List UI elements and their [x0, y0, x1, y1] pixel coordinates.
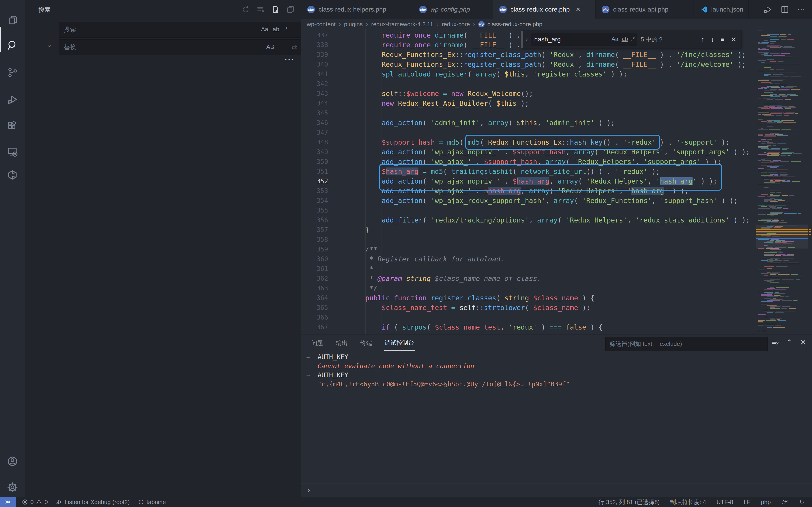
search-option-case[interactable]: Aa: [261, 26, 268, 33]
status-language-mode[interactable]: php: [761, 499, 771, 506]
code-line[interactable]: 344 new Redux_Rest_Api_Builder( $this );: [301, 99, 812, 108]
breadcrumb-item[interactable]: redux-core: [442, 21, 470, 28]
panel-tab[interactable]: 终端: [360, 336, 372, 350]
account-icon[interactable]: [0, 449, 25, 474]
panel-tab[interactable]: 调试控制台: [384, 336, 415, 351]
code-line[interactable]: 362 * @param string $class_name name of …: [301, 274, 812, 283]
source-control-icon[interactable]: [0, 60, 25, 85]
breadcrumb-item[interactable]: wp-content: [307, 21, 336, 28]
panel-tab[interactable]: 问题: [311, 336, 323, 350]
tabnine-icon[interactable]: [0, 162, 25, 188]
search-option-word[interactable]: ab: [273, 26, 280, 33]
previous-match-icon[interactable]: ↑: [701, 36, 704, 44]
clear-results-icon[interactable]: [256, 5, 265, 14]
minimap[interactable]: [756, 30, 808, 335]
code-line[interactable]: 366: [301, 313, 812, 322]
code-line[interactable]: 341 spl_autoload_register( array( $this,…: [301, 69, 812, 79]
overview-ruler[interactable]: [808, 30, 812, 335]
more-actions-icon[interactable]: ⋯: [797, 5, 805, 14]
status-debug-launch[interactable]: Listen for Xdebug (root2): [56, 499, 130, 506]
search-details-button[interactable]: ···: [285, 55, 295, 64]
search-option-regex[interactable]: .*: [284, 26, 288, 33]
close-tab-icon[interactable]: ✕: [575, 6, 580, 13]
status-feedback[interactable]: [781, 499, 788, 505]
code-line[interactable]: 339 Redux_Functions_Ex::register_class_p…: [301, 50, 812, 60]
code-line[interactable]: 360 * Register callback for autoload.: [301, 254, 812, 264]
code-line[interactable]: 343 self::$welcome = new Redux_Welcome()…: [301, 89, 812, 99]
editor-tab[interactable]: phpclass-redux-core.php✕: [493, 0, 596, 19]
minimap-line: [762, 114, 771, 115]
status-cursor-position[interactable]: 行 352, 列 81 (已选择8): [598, 498, 660, 506]
code-line[interactable]: 358: [301, 235, 812, 244]
code-line[interactable]: 345: [301, 108, 812, 118]
status-notifications[interactable]: [798, 499, 805, 505]
code-line[interactable]: 367 if ( strpos( $class_name_test, 'redu…: [301, 322, 812, 332]
run-or-debug-icon[interactable]: [763, 5, 773, 14]
editor-tab[interactable]: phpwp-config.php: [413, 0, 493, 19]
console-prompt-icon[interactable]: ›: [307, 485, 310, 495]
minimap-slider[interactable]: [756, 225, 808, 248]
find-option-regex[interactable]: .*: [631, 36, 635, 42]
maximize-panel-icon[interactable]: ⌃: [786, 338, 792, 347]
code-line[interactable]: 350 add_action( 'wp_ajax_' . $support_ha…: [301, 157, 812, 167]
minimap-line: [772, 170, 775, 170]
remote-indicator[interactable]: ><: [0, 497, 16, 507]
find-in-selection-icon[interactable]: ≡: [720, 36, 724, 44]
code-line[interactable]: 357 }: [301, 225, 812, 235]
find-option-case[interactable]: Aa: [611, 36, 618, 42]
clear-console-icon[interactable]: ≡ₓ: [772, 338, 778, 347]
code-line[interactable]: 352 add_action( 'wp_ajax_nopriv_' . $has…: [301, 176, 812, 186]
code-line[interactable]: 351 $hash_arg = md5( trailingslashit( ne…: [301, 167, 812, 176]
code-line[interactable]: 346 add_action( 'admin_init', array( $th…: [301, 118, 812, 128]
settings-icon[interactable]: [0, 474, 25, 500]
code-line[interactable]: 364 public function register_classes( st…: [301, 293, 812, 303]
breadcrumb-item[interactable]: plugins: [344, 21, 363, 28]
explorer-icon[interactable]: [0, 7, 25, 33]
token: (: [549, 187, 558, 195]
code-line[interactable]: 355: [301, 206, 812, 215]
close-panel-icon[interactable]: ✕: [800, 338, 806, 347]
new-search-editor-icon[interactable]: [270, 5, 281, 14]
status-problems[interactable]: 00: [22, 499, 48, 506]
find-toggle-replace-icon[interactable]: ›: [526, 36, 528, 43]
editor-tab[interactable]: phpclass-redux-helpers.php: [301, 0, 413, 19]
code-line[interactable]: 359 /**: [301, 244, 812, 254]
close-find-icon[interactable]: ✕: [731, 36, 737, 44]
find-option-word[interactable]: ab: [622, 36, 628, 42]
open-in-editor-icon[interactable]: [286, 5, 295, 14]
breadcrumb-item[interactable]: redux-framework-4.2.11: [371, 21, 433, 28]
code-line[interactable]: 340 Redux_Functions_Ex::register_class_p…: [301, 60, 812, 69]
next-match-icon[interactable]: ↓: [711, 36, 714, 44]
code-line[interactable]: 365 $class_name_test = self::strtolower(…: [301, 303, 812, 313]
code-line[interactable]: 349 add_action( 'wp_ajax_nopriv_' . $sup…: [301, 147, 812, 157]
editor-tab[interactable]: phpclass-redux-api.php: [596, 0, 694, 19]
run-debug-icon[interactable]: [0, 87, 25, 112]
code-line[interactable]: 342: [301, 79, 812, 89]
extensions-icon[interactable]: [0, 113, 25, 138]
replace-option-preserve-case[interactable]: AB: [266, 44, 274, 51]
code-line[interactable]: 363 */: [301, 283, 812, 293]
remote-explorer-icon[interactable]: [0, 139, 25, 165]
panel-tab[interactable]: 输出: [335, 336, 348, 350]
search-icon[interactable]: [0, 33, 25, 58]
status-indentation[interactable]: 制表符长度: 4: [670, 498, 706, 506]
code-editor[interactable]: 337 require_once dirname( __FILE__ ) .33…: [301, 30, 812, 335]
split-editor-icon[interactable]: [780, 5, 789, 14]
status-tabnine[interactable]: tabnine: [138, 499, 166, 506]
line-number: 354: [301, 197, 328, 205]
console-filter-input[interactable]: [605, 337, 768, 351]
code-line[interactable]: 347: [301, 128, 812, 137]
status-eol[interactable]: LF: [744, 499, 750, 506]
code-line[interactable]: 353 add_action( 'wp_ajax_' . $hash_arg, …: [301, 186, 812, 196]
find-widget-sash[interactable]: [521, 31, 522, 48]
refresh-icon[interactable]: [241, 5, 251, 14]
code-line[interactable]: 354 add_action( 'wp_ajax_redux_support_h…: [301, 196, 812, 206]
code-line[interactable]: 348 $support_hash = md5( md5( Redux_Func…: [301, 137, 812, 147]
editor-tab[interactable]: launch.json: [694, 0, 749, 19]
code-line[interactable]: 361 *: [301, 264, 812, 274]
breadcrumb-file[interactable]: phpclass-redux-core.php: [478, 21, 542, 28]
code-line[interactable]: 356 add_filter( 'redux/tracking/options'…: [301, 215, 812, 225]
toggle-replace-chevron-icon[interactable]: ›: [46, 45, 53, 47]
replace-all-icon[interactable]: ⇄: [292, 43, 297, 51]
status-encoding[interactable]: UTF-8: [717, 499, 733, 506]
